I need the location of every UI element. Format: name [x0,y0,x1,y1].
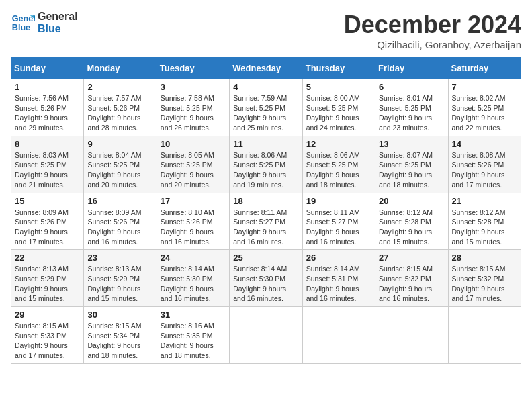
calendar-week-row: 29 Sunrise: 8:15 AM Sunset: 5:33 PM Dayl… [11,307,521,364]
day-number: 4 [233,82,298,92]
day-info: Sunrise: 8:15 AM Sunset: 5:32 PM Dayligh… [452,264,517,304]
calendar-week-row: 15 Sunrise: 8:09 AM Sunset: 5:26 PM Dayl… [11,193,521,250]
day-header-monday: Monday [84,58,157,79]
day-number: 5 [306,82,371,92]
day-number: 26 [306,253,371,263]
day-number: 15 [15,196,80,206]
day-info: Sunrise: 8:06 AM Sunset: 5:25 PM Dayligh… [233,150,298,190]
day-info: Sunrise: 8:14 AM Sunset: 5:30 PM Dayligh… [161,264,226,304]
day-number: 29 [15,310,80,320]
empty-cell [448,307,521,364]
day-info: Sunrise: 8:12 AM Sunset: 5:28 PM Dayligh… [452,208,517,247]
day-header-thursday: Thursday [302,58,375,79]
day-cell: 14 Sunrise: 8:08 AM Sunset: 5:26 PM Dayl… [448,136,521,193]
day-info: Sunrise: 8:03 AM Sunset: 5:25 PM Dayligh… [15,150,80,190]
svg-text:Blue: Blue [12,23,30,32]
day-info: Sunrise: 8:15 AM Sunset: 5:34 PM Dayligh… [87,321,152,361]
day-cell: 30 Sunrise: 8:15 AM Sunset: 5:34 PM Dayl… [84,307,157,364]
day-info: Sunrise: 8:05 AM Sunset: 5:25 PM Dayligh… [161,150,226,190]
day-number: 24 [161,253,226,263]
day-number: 3 [161,82,226,92]
location-subtitle: Qizilhacili, Goranboy, Azerbaijan [344,39,521,50]
day-info: Sunrise: 8:14 AM Sunset: 5:30 PM Dayligh… [233,264,298,304]
day-info: Sunrise: 8:11 AM Sunset: 5:27 PM Dayligh… [233,208,298,247]
day-cell: 20 Sunrise: 8:12 AM Sunset: 5:28 PM Dayl… [375,193,448,250]
day-number: 9 [87,139,152,149]
day-info: Sunrise: 8:09 AM Sunset: 5:26 PM Dayligh… [15,208,80,247]
day-info: Sunrise: 8:02 AM Sunset: 5:25 PM Dayligh… [452,93,517,133]
day-number: 6 [379,82,444,92]
day-cell: 4 Sunrise: 7:59 AM Sunset: 5:25 PM Dayli… [230,79,302,136]
calendar-table: SundayMondayTuesdayWednesdayThursdayFrid… [11,57,521,364]
day-header-saturday: Saturday [448,58,521,79]
logo-icon: General Blue [11,11,35,35]
day-info: Sunrise: 7:57 AM Sunset: 5:26 PM Dayligh… [87,93,152,133]
day-number: 21 [452,196,517,206]
day-info: Sunrise: 8:08 AM Sunset: 5:26 PM Dayligh… [452,150,517,190]
logo: General Blue General Blue [11,11,78,35]
empty-cell [230,307,302,364]
day-info: Sunrise: 7:56 AM Sunset: 5:26 PM Dayligh… [15,93,80,133]
day-cell: 24 Sunrise: 8:14 AM Sunset: 5:30 PM Dayl… [157,250,229,307]
day-header-friday: Friday [375,58,448,79]
day-info: Sunrise: 8:07 AM Sunset: 5:25 PM Dayligh… [379,150,444,190]
title-section: December 2024 Qizilhacili, Goranboy, Aze… [344,11,521,50]
day-number: 7 [452,82,517,92]
day-info: Sunrise: 8:15 AM Sunset: 5:32 PM Dayligh… [379,264,444,304]
calendar-week-row: 1 Sunrise: 7:56 AM Sunset: 5:26 PM Dayli… [11,79,521,136]
day-number: 19 [306,196,371,206]
calendar-week-row: 8 Sunrise: 8:03 AM Sunset: 5:25 PM Dayli… [11,136,521,193]
day-cell: 5 Sunrise: 8:00 AM Sunset: 5:25 PM Dayli… [302,79,375,136]
day-header-sunday: Sunday [11,58,84,79]
day-cell: 27 Sunrise: 8:15 AM Sunset: 5:32 PM Dayl… [375,250,448,307]
day-cell: 28 Sunrise: 8:15 AM Sunset: 5:32 PM Dayl… [448,250,521,307]
day-info: Sunrise: 8:14 AM Sunset: 5:31 PM Dayligh… [306,264,371,304]
header: General Blue General Blue December 2024 … [11,11,521,50]
day-number: 25 [233,253,298,263]
day-cell: 8 Sunrise: 8:03 AM Sunset: 5:25 PM Dayli… [11,136,84,193]
day-cell: 19 Sunrise: 8:11 AM Sunset: 5:27 PM Dayl… [302,193,375,250]
day-cell: 9 Sunrise: 8:04 AM Sunset: 5:25 PM Dayli… [84,136,157,193]
day-cell: 22 Sunrise: 8:13 AM Sunset: 5:29 PM Dayl… [11,250,84,307]
month-title: December 2024 [344,11,521,39]
day-cell: 10 Sunrise: 8:05 AM Sunset: 5:25 PM Dayl… [157,136,229,193]
day-cell: 16 Sunrise: 8:09 AM Sunset: 5:26 PM Dayl… [84,193,157,250]
day-number: 28 [452,253,517,263]
day-number: 17 [161,196,226,206]
day-info: Sunrise: 8:01 AM Sunset: 5:25 PM Dayligh… [379,93,444,133]
day-info: Sunrise: 7:59 AM Sunset: 5:25 PM Dayligh… [233,93,298,133]
day-number: 11 [233,139,298,149]
day-cell: 21 Sunrise: 8:12 AM Sunset: 5:28 PM Dayl… [448,193,521,250]
day-number: 16 [87,196,152,206]
day-header-tuesday: Tuesday [157,58,229,79]
day-cell: 12 Sunrise: 8:06 AM Sunset: 5:25 PM Dayl… [302,136,375,193]
day-info: Sunrise: 8:10 AM Sunset: 5:26 PM Dayligh… [161,208,226,247]
day-info: Sunrise: 8:13 AM Sunset: 5:29 PM Dayligh… [87,264,152,304]
day-cell: 6 Sunrise: 8:01 AM Sunset: 5:25 PM Dayli… [375,79,448,136]
day-number: 20 [379,196,444,206]
day-info: Sunrise: 8:12 AM Sunset: 5:28 PM Dayligh… [379,208,444,247]
logo-general: General [38,11,78,23]
day-cell: 26 Sunrise: 8:14 AM Sunset: 5:31 PM Dayl… [302,250,375,307]
day-number: 27 [379,253,444,263]
day-cell: 11 Sunrise: 8:06 AM Sunset: 5:25 PM Dayl… [230,136,302,193]
empty-cell [302,307,375,364]
day-cell: 7 Sunrise: 8:02 AM Sunset: 5:25 PM Dayli… [448,79,521,136]
day-cell: 17 Sunrise: 8:10 AM Sunset: 5:26 PM Dayl… [157,193,229,250]
day-info: Sunrise: 8:00 AM Sunset: 5:25 PM Dayligh… [306,93,371,133]
empty-cell [375,307,448,364]
day-info: Sunrise: 8:11 AM Sunset: 5:27 PM Dayligh… [306,208,371,247]
day-number: 18 [233,196,298,206]
day-info: Sunrise: 8:13 AM Sunset: 5:29 PM Dayligh… [15,264,80,304]
day-cell: 2 Sunrise: 7:57 AM Sunset: 5:26 PM Dayli… [84,79,157,136]
day-cell: 13 Sunrise: 8:07 AM Sunset: 5:25 PM Dayl… [375,136,448,193]
day-number: 8 [15,139,80,149]
day-number: 2 [87,82,152,92]
day-number: 14 [452,139,517,149]
day-number: 12 [306,139,371,149]
day-cell: 29 Sunrise: 8:15 AM Sunset: 5:33 PM Dayl… [11,307,84,364]
day-number: 23 [87,253,152,263]
day-header-wednesday: Wednesday [230,58,302,79]
day-info: Sunrise: 8:16 AM Sunset: 5:35 PM Dayligh… [161,321,226,361]
day-info: Sunrise: 7:58 AM Sunset: 5:25 PM Dayligh… [161,93,226,133]
